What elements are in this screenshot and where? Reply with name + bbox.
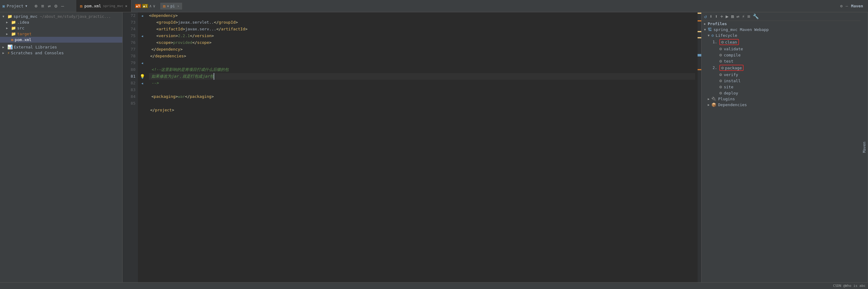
- right-gutter: [698, 12, 701, 282]
- plugins-label: Plugins: [718, 97, 735, 101]
- maven-item-clean[interactable]: 1. ⚙ clean: [702, 38, 861, 46]
- popup-content: pi ›: [170, 4, 179, 8]
- maven-vertical-label[interactable]: Maven: [861, 12, 868, 282]
- maven-item-dependencies[interactable]: ▶ 📦 Dependencies: [702, 102, 861, 108]
- project-dropdown-icon[interactable]: ▼: [25, 4, 27, 8]
- structure-icon[interactable]: ≡: [41, 3, 44, 9]
- project-title[interactable]: ▣ Project ▼: [2, 4, 27, 8]
- code-line-73: <groupId>javax.servlet..</groupId>: [149, 19, 695, 26]
- top-bar-icons: ⊕ ≡ ⇌ ⚙ —: [35, 3, 64, 9]
- extlib-expand-icon: ▶: [2, 46, 6, 49]
- bottom-bar: CSDN @Who is abc: [0, 282, 868, 289]
- maven-item-site[interactable]: ⚙ site: [702, 84, 861, 90]
- sidebar-item-src[interactable]: ▶ 📁 src: [0, 25, 122, 31]
- project-file-icon: ▣: [2, 4, 5, 8]
- maven-sync2-icon[interactable]: ⇌: [737, 13, 740, 19]
- code-line-80: <!--这里影响的是将项目打成什么后缀的包: [149, 66, 695, 73]
- gutter-mark-2: [698, 20, 701, 22]
- scratches-label: Scratches and Consoles: [11, 51, 64, 55]
- top-bar: ▣ Project ▼ ⊕ ≡ ⇌ ⚙ — m pom.xml spring_m…: [0, 0, 868, 12]
- settings-icon[interactable]: ⚙: [55, 3, 58, 9]
- extlib-label: External Libraries: [14, 45, 57, 49]
- maven-item-deploy[interactable]: ⚙ deploy: [702, 90, 861, 96]
- warning-count-badge: ▲1: [142, 4, 148, 8]
- minimize-icon[interactable]: —: [61, 3, 64, 9]
- popup-tab[interactable]: m × pi ›: [160, 3, 182, 9]
- maven-wrench-icon[interactable]: 🔧: [753, 13, 759, 19]
- maven-root-icon: 🏗: [708, 27, 712, 32]
- sidebar-item-idea[interactable]: ▶ 📁 .idea: [0, 19, 122, 25]
- maven-item-plugins[interactable]: ▶ 🔌 Plugins: [702, 96, 861, 102]
- code-line-85: [149, 100, 695, 107]
- gutter-bookmark-82: ◀: [138, 80, 147, 87]
- maven-menu-icon[interactable]: ≡: [747, 13, 750, 19]
- maven-root-label: spring_mvc Maven Webapp: [714, 27, 769, 32]
- sidebar-item-scratches[interactable]: ▶ ⚡ Scratches and Consoles: [0, 50, 122, 56]
- gutter-empty-73: [138, 19, 147, 26]
- gutter-mark-1: [698, 12, 701, 14]
- dependencies-label: Dependencies: [718, 103, 747, 107]
- maven-lightning-icon[interactable]: ⚡: [742, 13, 745, 19]
- maven-item-validate[interactable]: ⚙ validate: [702, 46, 861, 52]
- gutter-empty-78: [138, 53, 147, 59]
- maven-item-compile[interactable]: ⚙ compile: [702, 52, 861, 58]
- idea-folder-icon: 📁: [11, 20, 16, 25]
- target-label: target: [17, 32, 32, 36]
- code-72-text: <: [149, 12, 151, 19]
- maven-item-verify[interactable]: ⚙ verify: [702, 71, 861, 78]
- sidebar-item-root[interactable]: ▼ 📁 spring_mvc ~/about_me/study/java_pra…: [0, 13, 122, 19]
- lifecycle-label: Lifecycle: [716, 33, 737, 38]
- code-line-79: [149, 59, 695, 66]
- gutter-bookmark-79: ◀: [138, 59, 147, 66]
- maven-m-icon[interactable]: m: [731, 13, 734, 19]
- gutter-bulb-81[interactable]: 💡: [138, 73, 147, 80]
- plugins-expand-icon: ▶: [708, 97, 710, 100]
- warning-indicators: ▲9 ▲1 ∧ ∨: [135, 4, 155, 8]
- profiles-label: Profiles: [708, 22, 727, 26]
- line-num-84: 84: [125, 93, 135, 100]
- sidebar-item-external-libraries[interactable]: ▶ 📊 External Libraries: [0, 44, 122, 50]
- line-num-73: 73: [125, 19, 135, 26]
- profiles-expand-icon: ▶: [704, 22, 706, 26]
- maven-item-package[interactable]: 2. ⚙ package: [702, 64, 861, 71]
- code-line-75: <version>2.2.1</version>: [149, 32, 695, 39]
- maven-header-icons: ⚙ — Maven: [840, 4, 866, 8]
- chevron-up-icon[interactable]: ∧: [149, 4, 152, 8]
- cursor: |: [214, 73, 214, 80]
- line-num-77: 77: [125, 46, 135, 53]
- tab-pom-xml[interactable]: m pom.xml spring_mvc ×: [76, 0, 131, 12]
- maven-download-sources-icon[interactable]: ⬆: [715, 13, 718, 19]
- maven-minimize-icon[interactable]: —: [846, 4, 848, 8]
- gutter-mark-4: [698, 37, 701, 38]
- chevron-down-icon[interactable]: ∨: [153, 4, 155, 8]
- sync-icon[interactable]: ⇌: [48, 3, 51, 9]
- dependencies-icon: 📦: [711, 103, 716, 107]
- tab-close-button[interactable]: ×: [125, 4, 127, 8]
- popup-close[interactable]: ×: [167, 4, 169, 8]
- line-num-76: 76: [125, 39, 135, 46]
- maven-run-icon[interactable]: ▶: [726, 13, 729, 19]
- code-lines[interactable]: <dependency> <groupId>javax.servlet..</g…: [147, 12, 698, 282]
- sidebar-tree: ▼ 📁 spring_mvc ~/about_me/study/java_pra…: [0, 12, 122, 282]
- gutter-bookmark-75: ◀: [138, 32, 147, 39]
- clean-gear-icon: ⚙: [721, 39, 724, 45]
- maven-item-install[interactable]: ⚙ install: [702, 78, 861, 84]
- maven-add-icon[interactable]: +: [720, 13, 723, 19]
- maven-item-lifecycle[interactable]: ▼ ⚙ Lifecycle: [702, 32, 861, 38]
- maven-refresh-icon[interactable]: ↺: [704, 13, 707, 19]
- maven-download-icon[interactable]: ⬇: [710, 13, 713, 19]
- sidebar-item-pomxml[interactable]: m pom.xml: [0, 37, 122, 42]
- popup-expand[interactable]: ›: [177, 4, 179, 8]
- test-label: test: [724, 59, 733, 63]
- sidebar-item-target[interactable]: ▶ 📁 target: [0, 31, 122, 37]
- deploy-label: deploy: [724, 91, 738, 95]
- maven-item-profiles[interactable]: ▶ Profiles: [702, 21, 861, 27]
- compile-label: compile: [724, 53, 741, 57]
- maven-item-test[interactable]: ⚙ test: [702, 58, 861, 64]
- maven-settings-icon[interactable]: ⚙: [840, 4, 843, 8]
- src-folder-icon: 📁: [11, 26, 16, 30]
- maven-item-root[interactable]: ▼ 🏗 spring_mvc Maven Webapp: [702, 27, 861, 32]
- code-line-84: <packaging>war</packaging>: [149, 93, 695, 100]
- bottom-bar-text: CSDN @Who is abc: [833, 284, 866, 288]
- add-file-icon[interactable]: ⊕: [35, 3, 38, 9]
